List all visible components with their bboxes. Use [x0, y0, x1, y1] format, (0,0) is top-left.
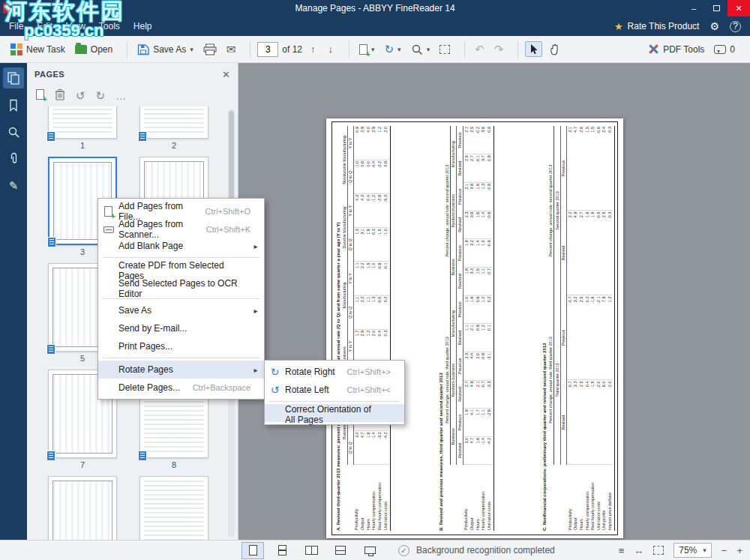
menu-file[interactable]: File	[9, 21, 23, 31]
table-row: Hours2.52.52.72.6	[578, 126, 584, 531]
view-mode-single-page-button[interactable]	[242, 542, 264, 559]
sidebar-item-search[interactable]	[3, 121, 24, 142]
table-value-cell: -2.9	[486, 409, 492, 437]
table-value-cell: 7.9	[602, 295, 608, 380]
page-thumbnail-2[interactable]	[140, 106, 208, 139]
email-button[interactable]: ✉	[224, 40, 239, 58]
cursor-arrow-icon	[529, 43, 538, 55]
maximize-button[interactable]	[705, 0, 728, 16]
context-menu-item-print-pages[interactable]: Print Pages...	[98, 337, 264, 355]
scrollbar-thumb[interactable]	[229, 111, 234, 201]
sidebar-item-pages[interactable]	[3, 67, 24, 88]
minimize-button[interactable]: –	[682, 0, 705, 16]
panel-rotate-right-button[interactable]: ↻	[96, 89, 106, 103]
add-pages-button[interactable]: ▾	[356, 42, 378, 57]
sidebar-item-attachments[interactable]	[3, 148, 24, 169]
table-value-cell: 1.2	[365, 329, 371, 363]
table-value-cell: 4.9	[470, 380, 476, 409]
rate-product-button[interactable]: ★ Rate This Product	[614, 21, 699, 32]
context-menu-item-create-pdf-from-selected-pages[interactable]: Create PDF from Selected Pages	[98, 260, 264, 278]
page-number-input[interactable]	[257, 42, 278, 57]
panel-delete-page-button[interactable]	[55, 88, 65, 103]
context-menu-item-send-by-e-mail[interactable]: Send by E-mail...	[98, 319, 264, 337]
save-as-dropdown-icon[interactable]: ▾	[190, 46, 194, 53]
trash-icon	[55, 88, 65, 100]
add-pages-dropdown-icon[interactable]: ▾	[371, 46, 375, 53]
table-header-cell: Q to Q	[347, 160, 354, 193]
add-page-icon	[359, 44, 368, 55]
table-value-cell: 4.3	[354, 194, 360, 228]
open-button[interactable]: Open	[72, 42, 116, 57]
table-header-cell: Previous	[560, 295, 567, 380]
view-mode-presentation-button[interactable]	[358, 542, 381, 559]
zoom-in-button[interactable]: +	[736, 545, 742, 556]
table-row-label: Hourly compensation	[371, 465, 377, 531]
save-as-label: Save As	[153, 44, 186, 55]
view-mode-thumbnails-button[interactable]	[329, 542, 352, 559]
zoom-out-button[interactable]: −	[722, 545, 728, 556]
menu-items: FileEditViewToolsHelp	[9, 21, 166, 31]
help-icon[interactable]: ?	[730, 21, 741, 32]
context-menu-item-rotate-pages[interactable]: Rotate Pages▸	[98, 361, 264, 379]
menu-edit[interactable]: Edit	[37, 21, 52, 31]
panel-rotate-left-button[interactable]: ↺	[76, 89, 86, 103]
rotate-submenu-item-correct-orientation-of-all-pages[interactable]: Correct Orientation of All Pages	[265, 404, 404, 422]
undo-button[interactable]: ↶	[472, 43, 488, 56]
close-button[interactable]: ✕	[728, 0, 750, 16]
thumbnail-preview	[52, 481, 112, 540]
verify-dropdown-icon[interactable]: ▾	[427, 46, 430, 53]
sidebar-item-signatures[interactable]: ✎	[3, 175, 24, 196]
table-value-cell: 2.5	[578, 295, 584, 380]
redo-button[interactable]: ↷	[491, 43, 507, 56]
page-number-label: 7	[48, 460, 117, 469]
pdf-tools-button[interactable]: PDF Tools	[645, 41, 707, 57]
page-thumbnail-9[interactable]	[48, 476, 117, 540]
table-value-cell: 2.9	[360, 126, 366, 160]
verify-button[interactable]: ▾	[408, 41, 434, 58]
submenu-arrow-icon: ▸	[250, 366, 261, 374]
save-as-button[interactable]: Save As ▾	[134, 41, 196, 58]
hand-tool-button[interactable]	[546, 42, 563, 57]
page-thumbnail-10[interactable]	[140, 476, 208, 540]
menu-help[interactable]: Help	[134, 21, 152, 31]
rotate-submenu-item-rotate-left[interactable]: ↺Rotate LeftCtrl+Shift+<	[265, 381, 404, 399]
sidebar-item-bookmarks[interactable]	[3, 94, 24, 115]
menu-view[interactable]: View	[66, 21, 86, 31]
context-menu-item-send-selected-pages-to-ocr-editor[interactable]: Send Selected Pages to OCR Editor	[98, 278, 264, 296]
crop-button[interactable]	[436, 43, 453, 56]
zoom-level-select[interactable]: 75% ▾	[674, 543, 712, 558]
pages-panel-close-button[interactable]: ✕	[222, 69, 230, 80]
table-value-cell: -0.3	[607, 211, 613, 295]
menu-tools[interactable]: Tools	[99, 21, 120, 31]
printer-icon	[203, 43, 217, 55]
page-layout-menu-icon[interactable]: ≡	[619, 545, 625, 556]
table-header-cell: Y to Y	[347, 126, 354, 160]
page-thumbnail-1[interactable]	[48, 106, 117, 139]
table-value-cell: 0.4	[365, 194, 371, 228]
select-tool-button[interactable]	[525, 41, 542, 57]
context-menu-item-delete-pages[interactable]: Delete Pages...Ctrl+Backspace	[98, 379, 264, 397]
print-button[interactable]	[200, 41, 220, 58]
table-value-cell: 3.2	[470, 239, 476, 268]
previous-page-button[interactable]: ↑	[306, 43, 320, 55]
context-menu-item-add-pages-from-scanner[interactable]: Add Pages from Scanner...Ctrl+Shift+K	[98, 219, 264, 237]
fit-width-icon[interactable]: ↔	[634, 545, 644, 556]
table-value-cell: -0.6	[377, 262, 383, 295]
new-task-button[interactable]: New Task	[8, 41, 68, 58]
view-mode-two-page-button[interactable]	[300, 542, 322, 559]
table-header-cell: Third quarter 2013	[554, 295, 561, 465]
context-menu-item-add-pages-from-file[interactable]: Add Pages from File...Ctrl+Shift+O	[98, 201, 264, 219]
panel-more-button[interactable]: …	[116, 90, 128, 102]
context-menu-item-save-as[interactable]: Save As▸	[98, 301, 264, 319]
document-page-preview[interactable]: A. Revised third-quarter 2013 measures: …	[326, 118, 623, 538]
panel-add-page-button[interactable]	[36, 89, 44, 103]
table-value-cell: 1.6	[475, 436, 481, 465]
comments-button[interactable]: 0	[711, 42, 738, 57]
settings-gear-icon[interactable]: ⚙	[710, 20, 719, 32]
next-page-button[interactable]: ↓	[324, 43, 338, 55]
recognize-button[interactable]: ↻ ▾	[382, 40, 404, 58]
view-mode-scroll-button[interactable]	[271, 542, 293, 559]
fit-page-icon[interactable]	[653, 546, 664, 555]
recognize-dropdown-icon[interactable]: ▾	[398, 46, 401, 53]
rotate-submenu-item-rotate-right[interactable]: ↻Rotate RightCtrl+Shift+>	[265, 363, 404, 381]
